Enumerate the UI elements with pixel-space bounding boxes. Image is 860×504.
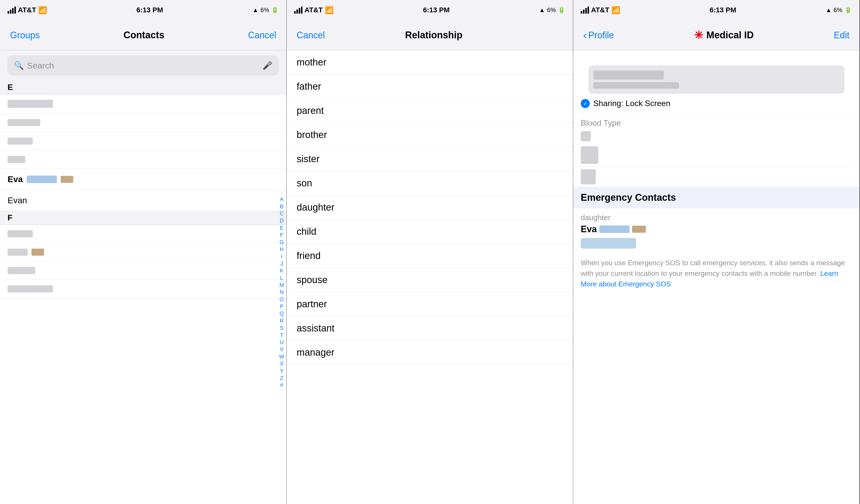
eva-tag-blue (27, 175, 57, 183)
cancel-relationship-button[interactable]: Cancel (297, 30, 325, 41)
emergency-note-text: When you use Emergency SOS to call emerg… (581, 259, 845, 277)
status-bar-relationship: AT&T 📶 6:13 PM ▲ 6% 🔋 (287, 0, 573, 20)
profile-card-container (573, 51, 860, 94)
list-item[interactable] (0, 243, 286, 261)
medical-id-title: Medical ID (706, 30, 754, 41)
search-container: 🔍 Search 🎤 (0, 51, 286, 81)
blood-type-value-redacted (581, 131, 591, 141)
emergency-note: When you use Emergency SOS to call emerg… (573, 258, 860, 294)
list-item[interactable] (0, 280, 286, 298)
medical-id-header: ✳ Medical ID (694, 29, 754, 42)
battery-icon: 🔋 (844, 6, 852, 14)
alpha-index[interactable]: A B C D E F G H I J K L M N O P Q R S T … (279, 81, 284, 504)
relationship-panel: AT&T 📶 6:13 PM ▲ 6% 🔋 Cancel Relationshi… (287, 0, 573, 504)
list-item-evan[interactable]: Evan (0, 190, 286, 211)
list-item-eva[interactable]: Eva (0, 169, 286, 190)
relationship-item-assistant[interactable]: assistant (287, 316, 573, 341)
redacted-name (8, 285, 53, 292)
relationship-list: mother father parent brother sister son … (287, 51, 573, 504)
list-item[interactable] (0, 114, 286, 132)
relationship-item-parent[interactable]: parent (287, 99, 573, 123)
eva-tag-tan (61, 176, 73, 183)
contacts-nav-bar: Groups Contacts Cancel (0, 20, 286, 51)
blurred-section-2 (573, 167, 860, 187)
relationship-item-manager[interactable]: manager (287, 341, 573, 365)
wifi-icon: 📶 (612, 6, 620, 14)
carrier-text: AT&T (304, 6, 323, 14)
relationship-item-spouse[interactable]: spouse (287, 268, 573, 292)
edit-button[interactable]: Edit (834, 30, 849, 41)
list-item[interactable] (0, 261, 286, 280)
search-icon: 🔍 (14, 61, 24, 70)
redacted-name (8, 267, 35, 274)
groups-button[interactable]: Groups (10, 30, 40, 41)
emergency-contact-name: Eva (581, 224, 597, 234)
relationship-title: Relationship (405, 30, 463, 41)
search-input[interactable]: Search (27, 61, 259, 71)
battery-text: 6% (260, 6, 269, 14)
carrier-text: AT&T (18, 6, 36, 14)
relationship-item-sister[interactable]: sister (287, 147, 573, 171)
relationship-item-son[interactable]: son (287, 171, 573, 196)
emergency-contacts-header: Emergency Contacts (573, 187, 860, 208)
sharing-check-icon: ✓ (581, 99, 590, 108)
list-item[interactable] (0, 94, 286, 114)
contacts-title: Contacts (124, 30, 164, 41)
cancel-contacts-button[interactable]: Cancel (248, 30, 276, 41)
battery-text: 6% (834, 6, 842, 14)
profile-sub-redacted (593, 82, 679, 89)
redacted-name (8, 230, 33, 237)
eva-tag-blue (599, 226, 630, 233)
eva-tag-tan (632, 226, 646, 233)
contact-name-eva: Eva (8, 174, 23, 184)
relationship-item-daughter[interactable]: daughter (287, 196, 573, 220)
redacted-name (8, 100, 53, 108)
redacted-name (8, 138, 33, 145)
location-icon: ▲ (826, 6, 832, 14)
medical-content: ✓ Sharing: Lock Screen Blood Type Emerge… (573, 51, 860, 504)
emergency-contact-section: daughter Eva (573, 208, 860, 258)
relationship-item-child[interactable]: child (287, 220, 573, 244)
redacted-color (31, 249, 44, 256)
list-item[interactable] (0, 225, 286, 243)
section-header-f: F (0, 211, 286, 225)
battery-area: ▲ 6% 🔋 (826, 6, 852, 14)
signal-icon (8, 6, 16, 14)
relationship-item-friend[interactable]: friend (287, 244, 573, 268)
relationship-item-mother[interactable]: mother (287, 51, 573, 74)
search-bar[interactable]: 🔍 Search 🎤 (8, 55, 279, 75)
medicalid-nav-bar: ‹ Profile ✳ Medical ID Edit (573, 20, 860, 51)
carrier-left: AT&T 📶 (294, 6, 334, 14)
blurred-box-2 (581, 169, 596, 184)
time-display: 6:13 PM (710, 6, 736, 14)
relationship-item-father[interactable]: father (287, 74, 573, 99)
list-item[interactable] (0, 150, 286, 169)
redacted-name (8, 119, 40, 126)
profile-card (588, 66, 844, 94)
microphone-icon[interactable]: 🎤 (262, 61, 272, 70)
contacts-panel: AT&T 📶 6:13 PM ▲ 6% 🔋 Groups Contacts Ca… (0, 0, 287, 504)
relationship-item-brother[interactable]: brother (287, 123, 573, 147)
contact-blue-bar (581, 238, 636, 249)
carrier-left: AT&T 📶 (581, 6, 620, 14)
back-chevron-icon[interactable]: ‹ (583, 29, 587, 41)
signal-icon (294, 6, 302, 14)
blurred-section-1 (573, 144, 860, 167)
list-item[interactable] (0, 132, 286, 150)
wifi-icon: 📶 (38, 6, 47, 14)
time-display: 6:13 PM (137, 6, 163, 14)
section-header-e: E (0, 81, 286, 94)
asterisk-icon: ✳ (694, 29, 703, 42)
relationship-item-partner[interactable]: partner (287, 292, 573, 316)
wifi-icon: 📶 (325, 6, 334, 14)
blood-type-section: Blood Type (573, 113, 860, 144)
battery-icon: 🔋 (271, 6, 279, 14)
blood-type-label: Blood Type (581, 118, 852, 128)
sharing-text: Sharing: Lock Screen (593, 99, 670, 108)
relationship-nav-bar: Cancel Relationship (287, 20, 573, 51)
sharing-row: ✓ Sharing: Lock Screen (573, 94, 860, 113)
blurred-box-1 (581, 146, 598, 164)
location-icon: ▲ (253, 6, 259, 14)
profile-back-button[interactable]: Profile (588, 30, 614, 41)
battery-area: ▲ 6% 🔋 (253, 6, 279, 14)
